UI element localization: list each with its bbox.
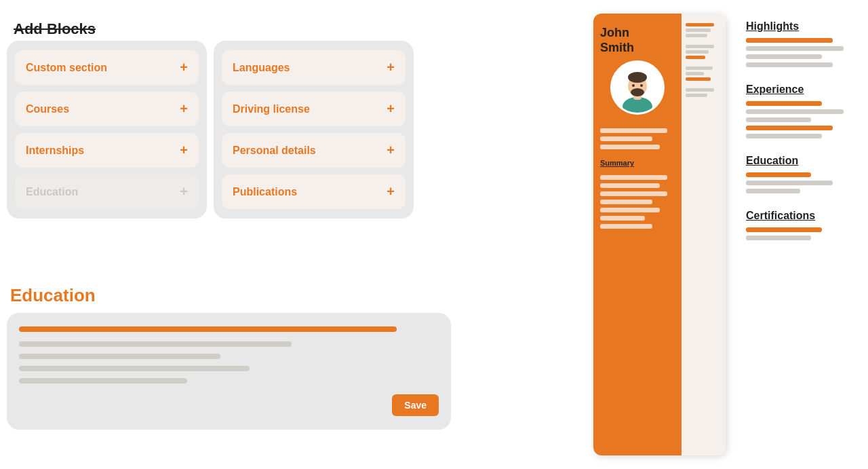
right-line-g6 bbox=[686, 72, 704, 75]
form-line-4 bbox=[19, 366, 250, 371]
right-line-2 bbox=[686, 56, 705, 59]
left-block-card: Custom section + Courses + Internships +… bbox=[7, 41, 207, 219]
resume-sum-line-2 bbox=[600, 183, 660, 188]
sidebar-exp-line2 bbox=[746, 109, 844, 114]
languages-label: Languages bbox=[233, 62, 290, 74]
personal-details-item[interactable]: Personal details + bbox=[222, 133, 406, 168]
education-block-plus-icon: + bbox=[180, 184, 188, 200]
education-form: Save bbox=[7, 313, 451, 430]
resume-name: John Smith bbox=[600, 26, 675, 55]
personal-details-plus-icon[interactable]: + bbox=[387, 143, 395, 158]
right-line-1 bbox=[686, 23, 714, 26]
publications-label: Publications bbox=[233, 186, 297, 198]
publications-plus-icon[interactable]: + bbox=[387, 184, 395, 200]
right-sidebar: Highlights Experience Education Certific… bbox=[732, 14, 868, 263]
sidebar-exp-line3 bbox=[746, 117, 811, 122]
languages-item[interactable]: Languages + bbox=[222, 50, 406, 85]
sidebar-highlights-section: Highlights bbox=[746, 20, 854, 67]
resume-summary-lines bbox=[600, 175, 675, 229]
resume-line-3 bbox=[600, 145, 660, 149]
save-button[interactable]: Save bbox=[392, 394, 439, 416]
sidebar-hl-line2 bbox=[746, 46, 844, 51]
form-line-5 bbox=[19, 378, 187, 383]
sidebar-edu-line2 bbox=[746, 181, 833, 185]
driving-license-item[interactable]: Driving license + bbox=[222, 92, 406, 126]
right-line-g8 bbox=[686, 94, 707, 97]
sidebar-exp-line5 bbox=[746, 134, 822, 138]
block-cards-row: Custom section + Courses + Internships +… bbox=[7, 41, 414, 219]
svg-point-4 bbox=[628, 72, 647, 83]
publications-item[interactable]: Publications + bbox=[222, 174, 406, 209]
sidebar-experience-section: Experience bbox=[746, 83, 854, 138]
resume-left-panel: John Smith bbox=[593, 14, 682, 455]
svg-point-7 bbox=[640, 84, 643, 87]
driving-license-label: Driving license bbox=[233, 103, 310, 115]
sidebar-cert-line1 bbox=[746, 227, 822, 232]
svg-point-5 bbox=[631, 88, 644, 96]
right-line-g3 bbox=[686, 45, 714, 48]
right-line-g5 bbox=[686, 67, 713, 70]
avatar bbox=[610, 60, 665, 115]
internships-item[interactable]: Internships + bbox=[15, 133, 199, 168]
custom-section-label: Custom section bbox=[26, 62, 107, 74]
courses-label: Courses bbox=[26, 103, 69, 115]
svg-point-6 bbox=[632, 84, 635, 87]
right-line-3 bbox=[686, 77, 711, 81]
sidebar-exp-line1 bbox=[746, 101, 822, 106]
form-line-1 bbox=[19, 326, 397, 332]
sidebar-hl-line3 bbox=[746, 54, 822, 59]
sidebar-certifications-title: Certifications bbox=[746, 210, 854, 222]
resume-summary-label: Summary bbox=[600, 159, 675, 167]
sidebar-exp-line4 bbox=[746, 126, 833, 130]
custom-section-item[interactable]: Custom section + bbox=[15, 50, 199, 85]
resume-sum-line-3 bbox=[600, 191, 667, 196]
right-line-g2 bbox=[686, 34, 707, 37]
resume-line-2 bbox=[600, 136, 652, 141]
courses-plus-icon[interactable]: + bbox=[180, 101, 188, 117]
right-line-g1 bbox=[686, 29, 711, 32]
sidebar-edu-line1 bbox=[746, 172, 811, 177]
right-line-g7 bbox=[686, 88, 714, 92]
sidebar-hl-line1 bbox=[746, 38, 833, 43]
page-title: Add Blocks bbox=[14, 20, 96, 38]
resume-highlight-lines bbox=[600, 128, 675, 149]
resume-line-1 bbox=[600, 128, 667, 133]
right-line-g4 bbox=[686, 50, 709, 54]
custom-section-plus-icon[interactable]: + bbox=[180, 60, 188, 75]
driving-license-plus-icon[interactable]: + bbox=[387, 101, 395, 117]
resume-sum-line-5 bbox=[600, 208, 660, 212]
internships-plus-icon[interactable]: + bbox=[180, 143, 188, 158]
courses-item[interactable]: Courses + bbox=[15, 92, 199, 126]
form-line-2 bbox=[19, 341, 292, 347]
internships-label: Internships bbox=[26, 145, 84, 157]
sidebar-education-section: Education bbox=[746, 155, 854, 193]
resume-sum-line-1 bbox=[600, 175, 667, 180]
form-line-3 bbox=[19, 354, 220, 359]
education-section-title: Education bbox=[10, 285, 451, 306]
resume-sum-line-4 bbox=[600, 200, 652, 204]
resume-sum-line-6 bbox=[600, 216, 645, 221]
resume-right-panel bbox=[682, 14, 726, 455]
education-block-label: Education bbox=[26, 186, 78, 198]
sidebar-certifications-section: Certifications bbox=[746, 210, 854, 240]
resume-sum-line-7 bbox=[600, 224, 652, 229]
sidebar-cert-line2 bbox=[746, 236, 811, 240]
right-block-card: Languages + Driving license + Personal d… bbox=[214, 41, 414, 219]
resume-preview: John Smith bbox=[593, 14, 726, 455]
sidebar-edu-line3 bbox=[746, 189, 800, 193]
education-block-item: Education + bbox=[15, 174, 199, 209]
languages-plus-icon[interactable]: + bbox=[387, 60, 395, 75]
personal-details-label: Personal details bbox=[233, 145, 316, 157]
education-section: Education Save bbox=[7, 285, 451, 430]
sidebar-hl-line4 bbox=[746, 62, 833, 67]
sidebar-highlights-title: Highlights bbox=[746, 20, 854, 33]
sidebar-experience-title: Experience bbox=[746, 83, 854, 96]
sidebar-education-title: Education bbox=[746, 155, 854, 167]
